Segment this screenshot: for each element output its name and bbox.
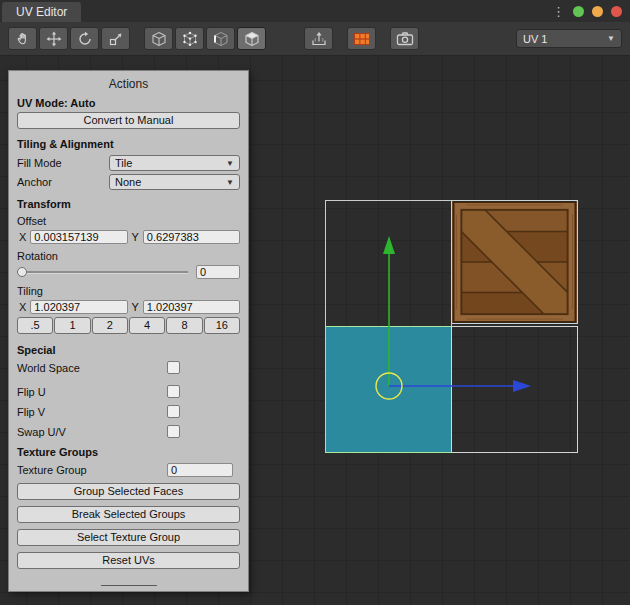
texture-group-label: Texture Group <box>17 464 167 476</box>
texture-group-input[interactable]: 0 <box>167 463 233 477</box>
offset-x-label: X <box>19 231 26 243</box>
pan-tool-button[interactable] <box>8 27 37 50</box>
edge-mode-icon <box>213 31 229 47</box>
rotation-label: Rotation <box>17 250 240 262</box>
window-dot-green-icon[interactable] <box>573 6 584 17</box>
tiling-y-input[interactable]: 1.020397 <box>143 300 240 314</box>
face-mode-button[interactable] <box>237 27 266 50</box>
select-texture-group-button[interactable]: Select Texture Group <box>17 529 240 546</box>
scale-tool-icon <box>108 31 124 47</box>
flip-v-row: Flip V <box>17 405 240 418</box>
world-space-label: World Space <box>17 362 167 374</box>
rotate-tool-icon <box>77 31 93 47</box>
tiling-x-label: X <box>19 301 26 313</box>
texture-group-row: Texture Group 0 <box>17 463 240 477</box>
panel-resize-handle[interactable] <box>101 585 157 586</box>
vertex-mode-button[interactable] <box>175 27 204 50</box>
tiling-y-label: Y <box>132 301 139 313</box>
offset-x-input[interactable]: 0.003157139 <box>30 230 127 244</box>
special-header: Special <box>17 344 240 356</box>
tab-uv-editor[interactable]: UV Editor <box>2 2 81 22</box>
edge-mode-button[interactable] <box>206 27 235 50</box>
flip-v-label: Flip V <box>17 406 167 418</box>
offset-y-label: Y <box>132 231 139 243</box>
vertex-mode-icon <box>182 31 198 47</box>
world-space-row: World Space <box>17 361 240 374</box>
gizmo-up-axis-arrowhead-icon[interactable] <box>383 236 395 254</box>
tiling-row: X 1.020397 Y 1.020397 <box>17 300 240 314</box>
rotation-row: 0 <box>17 265 240 279</box>
preset-16-button[interactable]: 16 <box>204 317 240 334</box>
tab-uv-editor-label: UV Editor <box>16 5 67 19</box>
offset-label: Offset <box>17 215 240 227</box>
project-uv-icon <box>310 31 328 47</box>
anchor-value: None <box>115 176 141 188</box>
world-space-checkbox[interactable] <box>167 361 180 374</box>
flip-u-label: Flip U <box>17 386 167 398</box>
actions-panel: Actions UV Mode: Auto Convert to Manual … <box>8 70 249 592</box>
object-mode-icon <box>151 31 167 47</box>
flip-v-checkbox[interactable] <box>167 405 180 418</box>
chevron-down-icon: ▼ <box>226 159 234 168</box>
fill-mode-value: Tile <box>115 157 132 169</box>
anchor-dropdown[interactable]: None ▼ <box>109 174 240 190</box>
scale-tool-button[interactable] <box>101 27 130 50</box>
preset-8-button[interactable]: 8 <box>166 317 202 334</box>
break-selected-groups-button[interactable]: Break Selected Groups <box>17 506 240 523</box>
move-tool-icon <box>46 31 62 47</box>
window-controls: ⋮ <box>552 0 630 22</box>
swap-uv-checkbox[interactable] <box>167 425 180 438</box>
gizmo-right-axis-arrowhead-icon[interactable] <box>513 380 531 392</box>
fill-mode-dropdown[interactable]: Tile ▼ <box>109 155 240 171</box>
screenshot-button[interactable] <box>390 27 419 50</box>
pan-tool-icon <box>15 31 31 47</box>
rotation-input[interactable]: 0 <box>196 265 240 279</box>
flip-u-row: Flip U <box>17 385 240 398</box>
actions-panel-title: Actions <box>17 77 240 91</box>
texture-groups-header: Texture Groups <box>17 446 240 458</box>
tab-bar: UV Editor ⋮ <box>0 0 630 23</box>
convert-to-manual-button[interactable]: Convert to Manual <box>17 112 240 129</box>
uv-toolbar: UV 1 ▼ <box>0 22 630 56</box>
anchor-label: Anchor <box>17 176 109 188</box>
fill-mode-label: Fill Mode <box>17 157 109 169</box>
tiling-presets-row: .5 1 2 4 8 16 <box>17 317 240 334</box>
uv-channel-value: UV 1 <box>523 33 547 45</box>
uv-channel-dropdown[interactable]: UV 1 ▼ <box>516 29 622 48</box>
move-tool-button[interactable] <box>39 27 68 50</box>
tiling-x-input[interactable]: 1.020397 <box>30 300 127 314</box>
transform-header: Transform <box>17 198 240 210</box>
rotate-tool-button[interactable] <box>70 27 99 50</box>
preset-05-button[interactable]: .5 <box>17 317 53 334</box>
rotation-slider-knob[interactable] <box>17 267 27 277</box>
preset-2-button[interactable]: 2 <box>92 317 128 334</box>
preset-1-button[interactable]: 1 <box>54 317 90 334</box>
object-mode-button[interactable] <box>144 27 173 50</box>
swap-uv-row: Swap U/V <box>17 425 240 438</box>
rotation-slider-track <box>17 271 188 274</box>
face-mode-icon <box>244 31 260 47</box>
offset-row: X 0.003157139 Y 0.6297383 <box>17 230 240 244</box>
flip-u-checkbox[interactable] <box>167 385 180 398</box>
window-dot-yellow-icon[interactable] <box>592 6 603 17</box>
reset-uvs-button[interactable]: Reset UVs <box>17 552 240 569</box>
swap-uv-label: Swap U/V <box>17 426 167 438</box>
fill-mode-row: Fill Mode Tile ▼ <box>17 155 240 171</box>
chevron-down-icon: ▼ <box>607 34 615 43</box>
preset-4-button[interactable]: 4 <box>129 317 165 334</box>
project-uv-button[interactable] <box>304 27 333 50</box>
kebab-menu-icon[interactable]: ⋮ <box>552 5 565 18</box>
tiling-alignment-header: Tiling & Alignment <box>17 138 240 150</box>
uv-mode-label: UV Mode: Auto <box>17 97 240 109</box>
texture-preview-icon <box>353 31 371 47</box>
rotation-slider[interactable] <box>17 265 188 279</box>
offset-y-input[interactable]: 0.6297383 <box>143 230 240 244</box>
window-dot-red-icon[interactable] <box>611 6 622 17</box>
tiling-label: Tiling <box>17 285 240 297</box>
screenshot-icon <box>396 31 414 47</box>
texture-preview-button[interactable] <box>347 27 376 50</box>
uv-transform-gizmo <box>250 170 550 430</box>
group-selected-faces-button[interactable]: Group Selected Faces <box>17 483 240 500</box>
anchor-row: Anchor None ▼ <box>17 174 240 190</box>
chevron-down-icon: ▼ <box>226 178 234 187</box>
